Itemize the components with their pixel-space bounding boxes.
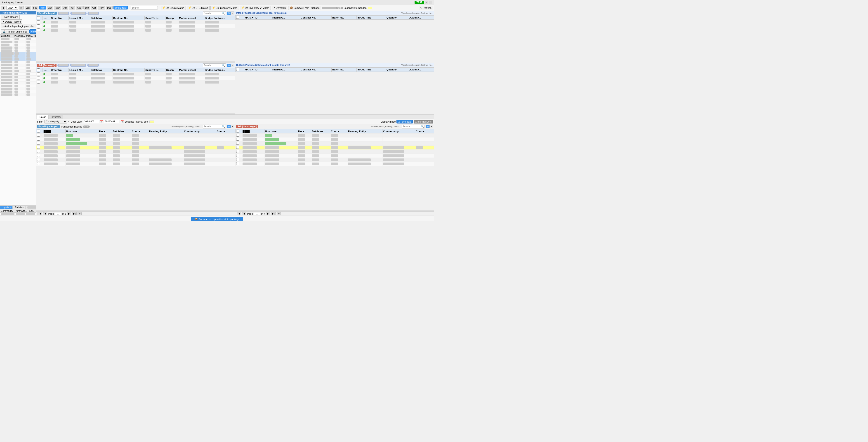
date-to-input[interactable] — [104, 120, 120, 123]
internal-deal-mode-btn[interactable]: □ Internal Deal — [414, 120, 433, 124]
table-row[interactable]: ████████ ████████ ████ ████ ████ ███████… — [36, 158, 235, 162]
bu-next-page[interactable]: ▶ — [67, 212, 71, 215]
cell-check[interactable] — [36, 154, 43, 158]
table-row[interactable]: ████████ ████████ ████ ████ ████ ███████… — [235, 162, 434, 166]
table-row[interactable]: ████████ — [0, 40, 36, 43]
cell-check[interactable] — [36, 162, 43, 166]
sell-scrollbar[interactable] — [36, 113, 235, 114]
table-row[interactable]: ████████ — [0, 76, 36, 78]
sell-grid-view-btn[interactable]: ⊞ — [227, 64, 231, 67]
month-jan[interactable]: Jan — [25, 6, 31, 9]
table-row[interactable]: ████████ ████████ ████ ████ ████ ███████… — [36, 146, 235, 150]
table-row[interactable]: ████████ ████████████ ████ ████ ████ — [36, 141, 235, 146]
new-record-button[interactable]: + New Record — [1, 15, 20, 19]
cell-check[interactable] — [36, 141, 43, 146]
cell-check[interactable] — [235, 133, 242, 137]
buy-select-all[interactable] — [37, 16, 40, 19]
table-row[interactable]: ██████ ███ ███ — [0, 37, 36, 40]
tab-logistics[interactable]: Logistics — [0, 206, 13, 209]
cell-check[interactable] — [36, 133, 43, 137]
sell-search-input[interactable] — [204, 64, 222, 67]
bu-select-all[interactable] — [37, 130, 40, 133]
bu-grid-btn[interactable]: ⊞ — [227, 125, 231, 128]
month-sep[interactable]: Sep — [84, 6, 90, 9]
cell-check[interactable] — [36, 137, 43, 141]
table-row[interactable]: ████████ ████████ ████ ████ ████ ███████… — [235, 154, 434, 158]
maximize-button[interactable]: □ — [429, 1, 432, 4]
refresh-button[interactable]: ↻ Refresh — [418, 6, 433, 10]
table-row[interactable]: ████████ ████████ ████ ████ ████ ███████… — [235, 158, 434, 162]
table-row[interactable]: ████████ — [0, 64, 36, 67]
table-row[interactable]: ████████ ████████ ████ ████ ████ ███████… — [36, 162, 235, 166]
table-row[interactable]: ████████████ ███ — [0, 52, 36, 55]
buy-unpackaged-search-input[interactable] — [204, 125, 222, 128]
table-row[interactable]: ████████ ████████ ████ ████ ████ ███████… — [235, 150, 434, 154]
sell-unpackaged-search-input[interactable] — [403, 125, 421, 128]
table-row[interactable]: ████████ — [0, 49, 36, 52]
table-row[interactable]: ████ ████ ████████ ████████████ ███ ███ … — [36, 72, 235, 76]
bu-list-btn[interactable]: ≡ — [231, 125, 234, 128]
bu-refresh-page[interactable]: ↻ — [78, 212, 82, 215]
su-next-page[interactable]: ▶ — [266, 212, 270, 215]
cell-check[interactable] — [36, 24, 43, 28]
tab-recap[interactable]: Recap — [37, 115, 49, 119]
cell-check[interactable] — [235, 158, 242, 162]
list-view-btn[interactable]: ≡ — [231, 12, 234, 15]
year-select[interactable]: 2024 — [6, 6, 18, 10]
do-btb-match-button[interactable]: ⚡ Do BTB Match — [187, 6, 210, 10]
unmatch-button[interactable]: ✕ Unmatch — [272, 6, 287, 10]
su-select-all[interactable] — [236, 130, 239, 133]
table-row[interactable]: ████████ — [0, 46, 36, 49]
tab-inventory[interactable]: Inventory — [49, 115, 63, 119]
month-may[interactable]: May — [54, 6, 61, 9]
cell-check[interactable] — [36, 76, 43, 80]
table-row[interactable]: ████████ ████████████ ████ ████ ████ — [235, 141, 434, 146]
table-row[interactable]: ████████ ████████ ████ ████ ████ ███████… — [36, 154, 235, 158]
term-deal-btn[interactable]: □ Term deal — [397, 120, 413, 124]
cell-check[interactable] — [235, 141, 242, 146]
cell-check[interactable] — [235, 146, 242, 150]
do-inventory-match-button[interactable]: ⚡ Do Inventory Match — [211, 6, 239, 10]
nav-prev-button[interactable]: ◀ — [1, 6, 5, 9]
nav-next-button[interactable]: ▶ — [19, 6, 24, 9]
bu-last-page[interactable]: ▶| — [72, 212, 77, 215]
month-oct[interactable]: Oct — [91, 6, 97, 9]
tab-other[interactable]: ████ — [26, 206, 36, 209]
do-inventory-y-match-button[interactable]: ⚡ Do Inventory Y' Match — [240, 6, 271, 10]
month-mar[interactable]: Mar — [39, 6, 46, 9]
table-row[interactable]: ████████ — [0, 73, 36, 76]
cell-check[interactable] — [235, 162, 242, 166]
table-row[interactable]: ████████ — [0, 84, 36, 88]
su-first-page[interactable]: |◀ — [237, 212, 241, 215]
table-row[interactable]: ████████ ████████ ████ ████ ████ — [235, 137, 434, 141]
table-row[interactable]: ████████ — [0, 81, 36, 84]
month-jun[interactable]: Jun — [62, 6, 68, 9]
table-row[interactable]: ████████ — [0, 67, 36, 70]
month-apr[interactable]: Apr — [47, 6, 53, 9]
table-row[interactable]: ████ ████ ████████ ████████████ ███ ███ … — [36, 28, 235, 32]
counterparty-select[interactable]: Counterparty — [44, 120, 67, 124]
su-prev-page[interactable]: ◀ — [242, 212, 246, 215]
minimize-button[interactable]: － — [425, 1, 428, 4]
table-row[interactable]: ████ ████ ████████ ████████████ ███ ███ … — [36, 24, 235, 28]
su-refresh-page[interactable]: ↻ — [277, 212, 281, 215]
table-row[interactable]: ████████ — [0, 55, 36, 58]
cell-check[interactable] — [235, 150, 242, 154]
bu-first-page[interactable]: |◀ — [37, 212, 42, 215]
month-aug[interactable]: Aug — [76, 6, 83, 9]
cell-check[interactable] — [36, 80, 43, 84]
table-row[interactable]: ████████ ████ ████ ████ ████ — [235, 133, 434, 137]
clear-filter-icon[interactable]: ✕ — [68, 120, 70, 123]
table-row[interactable]: ████ ████ ████████ ████████████ ███ ███ … — [36, 80, 235, 84]
table-row[interactable]: ████████ — [0, 88, 36, 90]
cell-check[interactable] — [235, 137, 242, 141]
month-dec[interactable]: Dec — [106, 6, 113, 9]
buy-unpackaged-toggle[interactable]: OFF — [83, 126, 90, 128]
table-row[interactable]: ████████ ████████ ████ ████ ████ — [36, 137, 235, 141]
grid-view-btn[interactable]: ⊞ — [227, 12, 231, 15]
cell-check[interactable] — [36, 146, 43, 150]
outtank-select-all[interactable] — [236, 68, 239, 71]
sell-list-view-btn[interactable]: ≡ — [231, 64, 234, 67]
month-nov[interactable]: Nov — [98, 6, 105, 9]
table-row[interactable]: ████ ████ ████████ ████████████ ███ ███ … — [36, 20, 235, 24]
